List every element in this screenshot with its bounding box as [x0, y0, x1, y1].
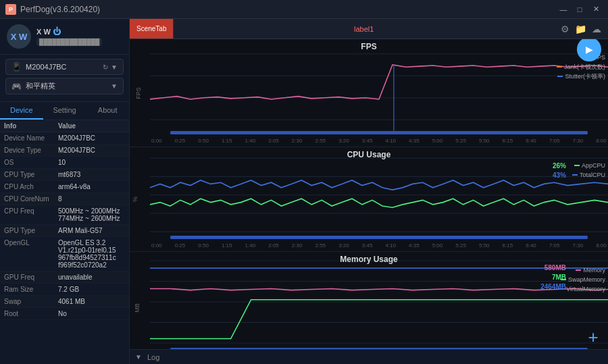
x-tick-label: 7:30 [573, 138, 584, 144]
x-tick-label: 1:15 [222, 138, 232, 144]
memory-chart-title: Memory Usage [340, 255, 397, 264]
cpu-app-value: 26% [553, 162, 566, 170]
cloud-icon[interactable]: ☁ [592, 24, 601, 34]
memory-scrollbar[interactable] [170, 348, 588, 349]
col-value: Value [54, 120, 129, 132]
tab-device[interactable]: Device [0, 102, 43, 120]
cpu-y-label: % [132, 197, 138, 202]
minimize-button[interactable]: — [557, 4, 570, 15]
table-cell-info: CPU CoreNum [0, 193, 54, 205]
x-tick-label: 8:00 [596, 138, 607, 144]
legend-label: Stutter(卡顿率) [565, 72, 605, 81]
x-tick-label: 2:30 [292, 138, 303, 144]
top-icons: ⚙ 📁 ☁ [554, 24, 608, 34]
tab-setting[interactable]: Setting [43, 102, 86, 120]
log-label: Log [147, 353, 159, 361]
x-tick-label: 2:05 [268, 138, 279, 144]
table-row: CPU Freq500MHz ~ 2000MHz 774MHz ~ 2600MH… [0, 205, 129, 225]
table-cell-value: M2004J7BC [54, 132, 129, 145]
fps-scrollbar-thumb[interactable] [170, 131, 588, 134]
x-tick-label: 2:30 [292, 242, 303, 249]
maximize-button[interactable]: □ [573, 4, 586, 15]
x-tick-label: 6:40 [526, 138, 536, 144]
title-bar: P PerfDog(v3.6.200420) — □ ✕ [0, 0, 608, 19]
fps-scrollbar[interactable] [170, 131, 588, 134]
cpu-svg: 75 50 25 [150, 147, 608, 239]
table-cell-value: 10 [54, 157, 129, 169]
power-icon[interactable]: ⏻ [53, 27, 61, 36]
col-info: Info [0, 120, 54, 132]
x-tick-label: 5:00 [432, 138, 443, 144]
cpu-scrollbar[interactable] [170, 236, 588, 239]
x-tick-label: 0:00 [151, 242, 162, 249]
device-selector: 📱 M2004J7BC ↻ ▼ 🎮 和平精英 ▼ [0, 55, 129, 102]
legend-item: VirtualMemory [559, 284, 605, 294]
x-tick-label: 6:15 [503, 138, 513, 144]
x-tick-label: 3:20 [338, 242, 349, 249]
legend-label: AppCPU [582, 161, 605, 170]
table-cell-value: 7.2 GB [54, 284, 129, 296]
x-tick-label: 0:50 [198, 242, 209, 249]
content-area: SceneTab label1 ⚙ 📁 ☁ FPS FPS ▶ [130, 19, 608, 364]
legend-label: TotalCPU [580, 170, 605, 180]
memory-svg: 1,000 750 500 250 0 [150, 252, 608, 349]
cpu-scrollbar-thumb[interactable] [170, 236, 588, 239]
table-row: CPU Typemt6873 [0, 169, 129, 181]
user-status: ██████████████ [36, 38, 102, 46]
folder-icon[interactable]: 📁 [575, 24, 586, 34]
refresh-icon[interactable]: ↻ [103, 63, 108, 71]
table-cell-info: GPU Freq [0, 271, 54, 284]
x-tick-label: 1:15 [222, 242, 232, 249]
x-tick-label: 3:45 [362, 242, 373, 249]
tab-about[interactable]: About [86, 102, 129, 120]
fps-chart-title: FPS [361, 42, 376, 51]
x-tick-label: 5:50 [479, 242, 490, 249]
settings-icon[interactable]: ⚙ [561, 24, 569, 34]
table-row: Device TypeM2004J7BC [0, 145, 129, 157]
scene-label: label1 [174, 25, 554, 33]
user-area: X W X W ⏻ ██████████████ [0, 19, 129, 55]
table-cell-info: CPU Arch [0, 181, 54, 193]
x-tick-label: 2:05 [268, 242, 279, 249]
table-cell-value: unavailable [54, 271, 129, 284]
window-controls: — □ ✕ [557, 4, 603, 15]
memory-scrollbar-thumb[interactable] [170, 348, 588, 349]
x-tick-label: 1:40 [245, 138, 256, 144]
x-tick-label: 0:00 [151, 138, 162, 144]
table-cell-info: Root [0, 308, 54, 320]
table-cell-info: OS [0, 157, 54, 169]
table-cell-info: Device Name [0, 132, 54, 145]
fps-x-axis: 0:000:250:501:151:402:052:302:553:203:45… [150, 134, 608, 147]
close-button[interactable]: ✕ [589, 4, 603, 15]
table-cell-value: M2004J7BC [54, 145, 129, 157]
fps-y-label: FPS [135, 87, 142, 99]
x-tick-label: 4:10 [385, 138, 396, 144]
cpu-x-axis: 0:000:250:501:151:402:052:302:553:203:45… [150, 239, 608, 251]
legend-label: Jank(卡顿次数) [564, 62, 605, 72]
device-selector-row[interactable]: 📱 M2004J7BC ↻ ▼ [5, 59, 124, 75]
x-tick-label: 0:25 [175, 138, 186, 144]
scene-tab-button[interactable]: SceneTab [130, 19, 174, 38]
add-chart-button[interactable]: + [584, 328, 603, 346]
device-info-table: Info Value Device NameM2004J7BCDevice Ty… [0, 120, 129, 364]
app-selector-row[interactable]: 🎮 和平精英 ▼ [5, 78, 124, 95]
table-cell-value: 500MHz ~ 2000MHz 774MHz ~ 2600MHz [54, 205, 129, 225]
log-arrow-icon[interactable]: ▼ [135, 353, 142, 361]
fps-chart-section: FPS FPS ▶ 50 40 30 10 [130, 39, 608, 147]
cpu-total-value: 43% [553, 172, 566, 179]
table-cell-value: arm64-v8a [54, 181, 129, 193]
cpu-chart-section: CPU Usage % 75 50 25 [130, 147, 608, 252]
legend-label: VirtualMemory [566, 284, 605, 294]
charts-container: FPS FPS ▶ 50 40 30 10 [130, 39, 608, 349]
table-cell-info: CPU Freq [0, 205, 54, 225]
legend-color [574, 165, 580, 166]
x-tick-label: 5:25 [455, 138, 466, 144]
x-tick-label: 1:40 [245, 242, 256, 249]
legend-color [576, 269, 581, 271]
table-row: Swap4061 MB [0, 296, 129, 308]
x-tick-label: 6:40 [526, 242, 536, 249]
legend-label: SwapMemory [568, 275, 605, 284]
app-icon-sel: 🎮 [11, 82, 22, 91]
legend-item: TotalCPU [572, 170, 605, 180]
x-tick-label: 7:05 [549, 138, 560, 144]
